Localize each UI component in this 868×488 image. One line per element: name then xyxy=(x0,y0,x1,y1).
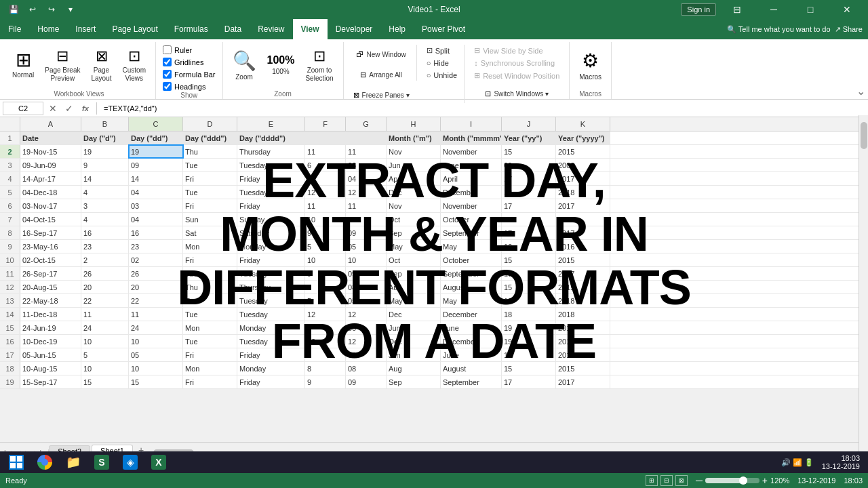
cell[interactable]: 19 xyxy=(502,321,556,334)
cell[interactable]: 05 xyxy=(346,294,387,307)
share-btn[interactable]: ↗ Share xyxy=(835,25,863,34)
cell[interactable]: September xyxy=(441,267,502,280)
tab-data[interactable]: Data xyxy=(216,19,250,39)
minimize-btn[interactable]: ─ xyxy=(758,0,789,19)
cell[interactable]: 2018 xyxy=(556,186,610,199)
cell[interactable]: 18 xyxy=(502,294,556,307)
cell[interactable]: 06 xyxy=(346,159,387,171)
cell[interactable]: 2017 xyxy=(556,267,610,280)
freeze-panes-btn[interactable]: ⊠ Freeze Panes ▾ xyxy=(349,85,414,104)
cell[interactable]: 20 xyxy=(129,281,183,293)
tab-help[interactable]: Help xyxy=(380,19,414,39)
cancel-formula-btn[interactable]: ✕ xyxy=(46,102,60,115)
cell[interactable]: 06 xyxy=(346,348,387,361)
row-number[interactable]: 7 xyxy=(0,213,20,226)
cell[interactable]: October xyxy=(441,213,502,226)
insert-function-btn[interactable]: fx xyxy=(79,102,92,115)
row-number[interactable]: 6 xyxy=(0,199,20,212)
cell[interactable]: 2017 xyxy=(556,199,610,212)
col-header-k[interactable]: K xyxy=(556,117,610,131)
col-header-a[interactable]: A xyxy=(20,117,81,131)
cell[interactable]: 12 xyxy=(346,335,387,348)
cell[interactable]: 17 xyxy=(502,267,556,280)
row-number[interactable]: 19 xyxy=(0,375,20,388)
cell[interactable]: Fri xyxy=(183,172,237,185)
cell[interactable]: Sep xyxy=(387,226,441,239)
cell[interactable]: 24-Jun-19 xyxy=(20,321,81,334)
cell[interactable]: 2019 xyxy=(556,335,610,348)
cell[interactable]: Friday xyxy=(237,253,305,266)
zoom-slider[interactable] xyxy=(705,478,760,483)
split-btn[interactable]: ⊡ Split xyxy=(422,45,462,56)
app4-task-btn[interactable]: ◈ xyxy=(117,453,144,472)
headings-checkbox[interactable] xyxy=(163,82,172,91)
ribbon-display-btn[interactable]: ⊟ xyxy=(722,0,753,19)
cell[interactable]: 02-Oct-15 xyxy=(20,253,81,266)
cell[interactable]: August xyxy=(441,362,502,375)
cell[interactable]: 2018 xyxy=(556,294,610,307)
cell[interactable]: Date xyxy=(20,131,81,144)
col-header-j[interactable]: J xyxy=(502,117,556,131)
cell[interactable]: 15 xyxy=(502,253,556,266)
cell[interactable]: 11 xyxy=(346,145,387,158)
cell[interactable]: 09 xyxy=(346,375,387,388)
cell[interactable]: 04 xyxy=(129,186,183,199)
cell[interactable]: 16 xyxy=(502,240,556,253)
ribbon-collapse[interactable]: ⌄ xyxy=(856,42,865,99)
cell[interactable]: 11-Dec-18 xyxy=(20,308,81,321)
col-header-c[interactable]: C xyxy=(129,117,183,131)
cell[interactable]: 12 xyxy=(305,186,346,199)
col-header-f[interactable]: F xyxy=(305,117,346,131)
cell[interactable]: Jun xyxy=(387,321,441,334)
formula-input[interactable] xyxy=(101,104,865,113)
cell[interactable]: 2009 xyxy=(556,159,610,171)
cell[interactable]: May xyxy=(387,240,441,253)
cell[interactable]: 15 xyxy=(502,281,556,293)
tab-formulas[interactable]: Formulas xyxy=(166,19,216,39)
cell[interactable]: 10-Dec-19 xyxy=(20,335,81,348)
cell[interactable]: Thursday xyxy=(237,281,305,293)
cell[interactable]: Oct xyxy=(387,253,441,266)
file-explorer-btn[interactable]: 📁 xyxy=(60,453,87,472)
cell[interactable]: 09-Jun-09 xyxy=(20,159,81,171)
cell[interactable]: 11 xyxy=(305,199,346,212)
cell[interactable]: 04-Oct-15 xyxy=(20,213,81,226)
cell[interactable]: 2015 xyxy=(556,281,610,293)
row-number[interactable]: 16 xyxy=(0,335,20,348)
cell[interactable]: 22 xyxy=(129,294,183,307)
cell[interactable]: June xyxy=(441,159,502,171)
cell[interactable]: 10-Aug-15 xyxy=(20,362,81,375)
formula-bar-checkbox[interactable] xyxy=(163,70,172,79)
cell[interactable]: Tue xyxy=(183,186,237,199)
cell[interactable]: 09 xyxy=(502,159,556,171)
cell[interactable]: 08 xyxy=(346,281,387,293)
cell[interactable] xyxy=(346,131,387,144)
cell[interactable]: Tue xyxy=(183,308,237,321)
cell[interactable]: Tuesday xyxy=(237,335,305,348)
zoom-100-btn[interactable]: 100% 100% xyxy=(263,45,299,85)
redo-qat[interactable]: ↪ xyxy=(43,1,60,18)
cell-reference-input[interactable] xyxy=(3,102,43,115)
cell[interactable]: December xyxy=(441,335,502,348)
col-header-g[interactable]: G xyxy=(346,117,387,131)
col-header-b[interactable]: B xyxy=(81,117,129,131)
reset-window-btn[interactable]: ⊞ Reset Window Position xyxy=(470,70,564,81)
cell[interactable]: 10 xyxy=(346,213,387,226)
cell[interactable]: 26 xyxy=(129,267,183,280)
cell[interactable]: Oct xyxy=(387,213,441,226)
cell[interactable]: Month ("mmmm") xyxy=(441,131,502,144)
cell[interactable]: 6 xyxy=(305,348,346,361)
scrollbar-thumb-v[interactable] xyxy=(861,122,867,149)
cell[interactable]: 10 xyxy=(129,362,183,375)
cell[interactable]: 10 xyxy=(305,253,346,266)
cell[interactable]: 22 xyxy=(81,294,129,307)
ruler-checkbox-label[interactable]: Ruler xyxy=(161,45,193,55)
cell[interactable]: 2016 xyxy=(556,240,610,253)
row-number[interactable]: 5 xyxy=(0,186,20,199)
tab-developer[interactable]: Developer xyxy=(328,19,381,39)
cell[interactable]: 05-Jun-15 xyxy=(20,348,81,361)
cell[interactable]: Nov xyxy=(387,199,441,212)
cell[interactable]: Tue xyxy=(183,335,237,348)
cell[interactable]: Thu xyxy=(183,145,237,158)
cell[interactable]: 11 xyxy=(346,199,387,212)
